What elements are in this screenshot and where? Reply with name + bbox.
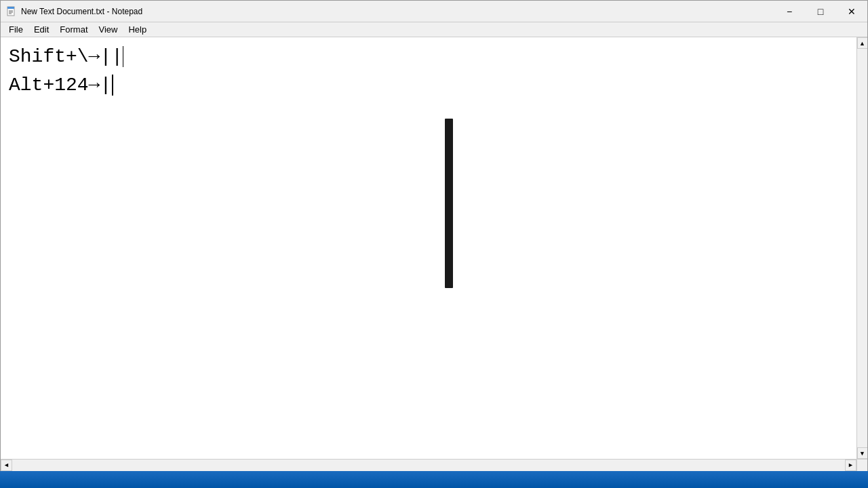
menu-item-edit[interactable]: Edit: [28, 22, 54, 37]
text-editor[interactable]: Shift+\→|| Alt+124→|: [1, 37, 856, 459]
title-bar-left: New Text Document.txt - Notepad: [6, 6, 142, 17]
minimize-button[interactable]: −: [774, 1, 805, 22]
scroll-corner: [856, 460, 867, 471]
scroll-down-arrow[interactable]: ▼: [857, 447, 868, 459]
title-bar-controls: − □ ✕: [774, 1, 867, 22]
maximize-button[interactable]: □: [805, 1, 836, 22]
window-title: New Text Document.txt - Notepad: [21, 7, 142, 16]
close-button[interactable]: ✕: [836, 1, 867, 22]
svg-rect-5: [445, 119, 453, 288]
scroll-up-arrow[interactable]: ▲: [857, 37, 868, 49]
menu-item-file[interactable]: File: [3, 22, 28, 37]
menu-item-format[interactable]: Format: [54, 22, 93, 37]
menu-item-help[interactable]: Help: [123, 22, 152, 37]
title-bar: New Text Document.txt - Notepad − □ ✕: [1, 1, 867, 22]
scroll-left-arrow[interactable]: ◄: [1, 460, 12, 471]
editor-line-2: Alt+124→|: [9, 71, 851, 100]
svg-rect-1: [7, 7, 14, 9]
notepad-window: New Text Document.txt - Notepad − □ ✕ Fi…: [0, 0, 868, 471]
editor-container: Shift+\→|| Alt+124→| ▲ ▼: [1, 37, 867, 459]
scroll-right-arrow[interactable]: ►: [845, 460, 856, 471]
editor-line-1: Shift+\→||: [9, 43, 851, 71]
scroll-track-horizontal[interactable]: [12, 460, 845, 471]
taskbar: [0, 471, 868, 488]
large-vertical-bar: [438, 115, 460, 291]
scrollbar-bottom: ◄ ►: [1, 459, 867, 470]
menu-item-view[interactable]: View: [94, 22, 123, 37]
scroll-track-vertical[interactable]: [857, 49, 868, 447]
scrollbar-right: ▲ ▼: [856, 37, 867, 459]
menu-bar: File Edit Format View Help: [1, 22, 867, 37]
notepad-icon: [6, 6, 17, 17]
